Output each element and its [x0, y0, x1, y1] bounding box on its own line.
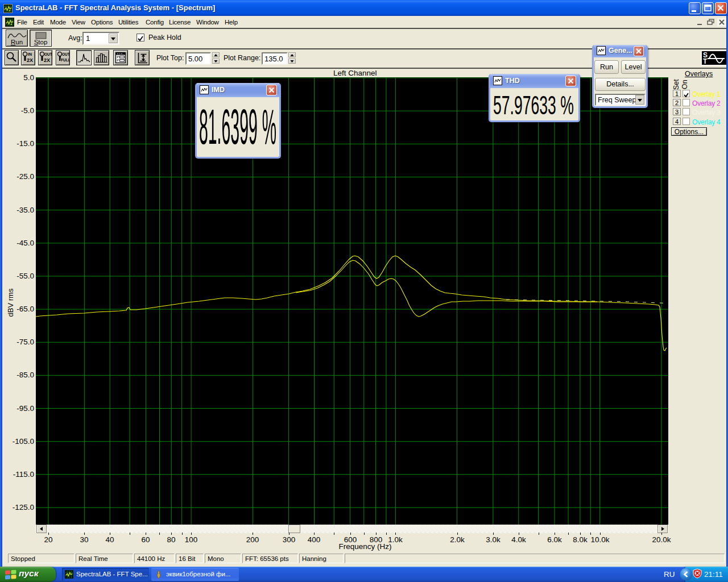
svg-text:OUT: OUT	[62, 52, 69, 56]
svg-text:OUT: OUT	[44, 52, 52, 56]
svg-text:IN: IN	[28, 52, 32, 56]
svg-text:T: T	[703, 57, 708, 65]
svg-text:2X: 2X	[27, 57, 33, 63]
svg-text:FULL: FULL	[61, 58, 69, 62]
svg-text:2X: 2X	[44, 57, 50, 63]
